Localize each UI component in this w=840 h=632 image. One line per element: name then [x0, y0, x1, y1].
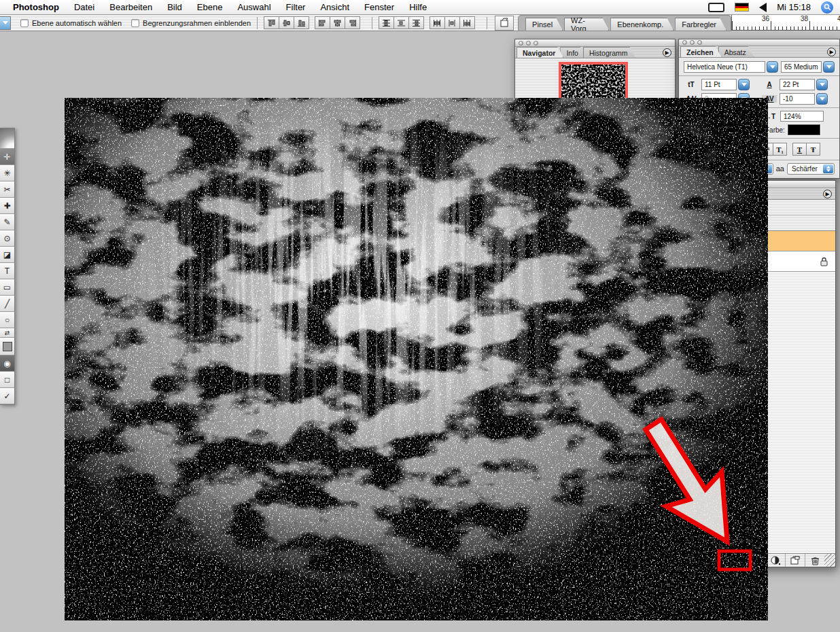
move-tool[interactable]: ✛ — [0, 149, 14, 165]
zoom-button[interactable] — [533, 41, 538, 46]
palette-titlebar — [679, 39, 839, 46]
menu-fenster[interactable]: Fenster — [357, 0, 402, 15]
menu-hilfe[interactable]: Hilfe — [402, 0, 434, 15]
align-horizontal-center-button[interactable] — [330, 16, 345, 29]
minimize-button[interactable] — [526, 41, 531, 46]
minimize-button[interactable] — [690, 40, 695, 45]
type-tool[interactable]: T — [0, 263, 14, 279]
eraser-tool[interactable]: ◪ — [0, 247, 14, 263]
strikethrough-button[interactable]: Ŧ — [806, 143, 820, 156]
shape-tool[interactable]: ▭ — [0, 279, 14, 296]
distribute-bottom-button[interactable] — [408, 16, 424, 29]
dropdown-arrow-icon[interactable] — [767, 61, 778, 73]
leading-value: 22 Pt — [780, 79, 815, 90]
dropdown-arrow-icon[interactable] — [823, 61, 835, 73]
tab-absatz[interactable]: Absatz — [718, 46, 754, 57]
align-bottom-button[interactable] — [294, 16, 309, 29]
clone-stamp-tool[interactable]: ⊙ — [0, 230, 14, 247]
crop-tool[interactable]: ✂ — [0, 181, 14, 198]
horizontal-scale-field[interactable]: 124% — [780, 111, 824, 122]
well-tab-ebenenkomp[interactable]: Ebenenkomp. — [610, 18, 673, 31]
distribute-top-button[interactable] — [379, 16, 394, 29]
menu-ansicht[interactable]: Ansicht — [313, 0, 357, 15]
distribute-group-horizontal — [430, 16, 474, 29]
font-family-dropdown[interactable]: Helvetica Neue (T1) — [684, 61, 778, 73]
distribute-left-button[interactable] — [430, 16, 445, 29]
tab-histogramm[interactable]: Histogramm — [583, 47, 636, 58]
zoom-tool[interactable]: ○ — [0, 312, 14, 328]
align-vertical-center-button[interactable] — [279, 16, 294, 29]
new-layer-button[interactable] — [785, 554, 805, 567]
auto-select-layer-checkbox[interactable]: Ebene automatisch wählen — [20, 19, 122, 27]
menu-bar: Photoshop Datei Bearbeiten Bild Ebene Au… — [0, 0, 840, 15]
well-tab-wz-vorg[interactable]: WZ-Vorg. — [564, 18, 609, 31]
menu-datei[interactable]: Datei — [67, 0, 102, 15]
tab-zeichen[interactable]: Zeichen — [680, 46, 722, 57]
menu-filter[interactable]: Filter — [279, 0, 313, 15]
zoom-button[interactable] — [697, 40, 702, 45]
resize-grip[interactable] — [824, 554, 835, 567]
distribute-vertical-center-button[interactable] — [393, 16, 409, 29]
standard-mode-button[interactable]: □ — [0, 372, 14, 388]
distribute-right-button[interactable] — [459, 16, 475, 29]
tab-navigator[interactable]: Navigator — [517, 47, 563, 58]
palette-menu-arrow[interactable]: ▶ — [827, 48, 836, 56]
font-size-dropdown[interactable]: 11 Pt — [701, 79, 750, 90]
align-right-button[interactable] — [345, 16, 360, 29]
align-left-button[interactable] — [315, 16, 330, 29]
displays-icon[interactable] — [708, 3, 724, 12]
menu-auswahl[interactable]: Auswahl — [230, 0, 278, 15]
text-color-swatch[interactable] — [788, 124, 820, 135]
tab-info[interactable]: Info — [560, 47, 587, 58]
menu-photoshop[interactable]: Photoshop — [5, 0, 67, 15]
well-tab-pinsel[interactable]: Pinsel — [525, 18, 563, 31]
screen-mode-button[interactable]: ✓ — [0, 388, 14, 404]
document-canvas[interactable] — [65, 98, 768, 620]
underline-button[interactable]: T — [792, 143, 807, 156]
dropdown-arrow-icon[interactable] — [816, 79, 828, 90]
desktop: Photoshop Datei Bearbeiten Bild Ebene Au… — [0, 0, 840, 632]
eyedropper-tool[interactable]: ╱ — [0, 296, 14, 312]
quick-mask-mode-button[interactable]: ◉ — [0, 355, 14, 372]
align-top-button[interactable] — [264, 16, 279, 29]
checkbox-box[interactable] — [131, 19, 139, 27]
palette-menu-arrow[interactable]: ▶ — [823, 190, 832, 198]
show-bounding-box-checkbox[interactable]: Begrenzungsrahmen einblenden — [131, 19, 251, 27]
delete-layer-button[interactable] — [805, 554, 824, 567]
anti-alias-popup[interactable]: Schärfer — [787, 163, 835, 175]
distribute-group-vertical — [379, 16, 423, 29]
volume-icon[interactable] — [759, 3, 767, 12]
magic-wand-tool[interactable]: ✳ — [0, 165, 14, 181]
tool-preset-picker[interactable] — [0, 16, 11, 30]
color-label: Farbe: — [765, 126, 785, 134]
german-keyboard-flag-icon[interactable] — [735, 3, 749, 12]
dropdown-arrow-icon[interactable] — [738, 79, 750, 90]
healing-brush-tool[interactable]: ✚ — [0, 198, 14, 214]
leading-dropdown[interactable]: 22 Pt — [780, 79, 828, 90]
separator — [372, 17, 372, 29]
menu-bild[interactable]: Bild — [160, 0, 190, 15]
spotlight-icon[interactable] — [821, 1, 833, 14]
swap-colors-icon[interactable]: ⇄ — [0, 328, 14, 338]
dropdown-arrow-icon[interactable] — [816, 93, 828, 105]
checkbox-box[interactable] — [20, 19, 29, 27]
font-style-dropdown[interactable]: 65 Medium — [781, 61, 835, 73]
palette-titlebar — [515, 39, 675, 47]
menu-bearbeiten[interactable]: Bearbeiten — [102, 0, 160, 15]
palette-tabs: Zeichen Absatz ▶ — [679, 46, 839, 58]
brush-tool[interactable]: ✎ — [0, 214, 14, 230]
adjustment-layer-button[interactable] — [765, 554, 785, 567]
tracking-dropdown[interactable]: -10 — [780, 93, 828, 105]
separator — [487, 17, 487, 29]
distribute-horizontal-center-button[interactable] — [444, 16, 460, 29]
menu-clock[interactable]: Mi 15:18 — [777, 2, 811, 12]
well-tab-farbregler[interactable]: Farbregler — [675, 18, 727, 31]
anti-alias-icon: aa — [776, 164, 784, 173]
subscript-button[interactable]: T₁ — [773, 143, 787, 156]
palette-menu-arrow[interactable]: ▶ — [663, 48, 671, 57]
menu-ebene[interactable]: Ebene — [190, 0, 230, 15]
close-button[interactable] — [519, 41, 523, 46]
file-browser-button[interactable] — [495, 16, 514, 31]
foreground-color-swatch[interactable] — [0, 338, 14, 355]
close-button[interactable] — [682, 40, 687, 45]
